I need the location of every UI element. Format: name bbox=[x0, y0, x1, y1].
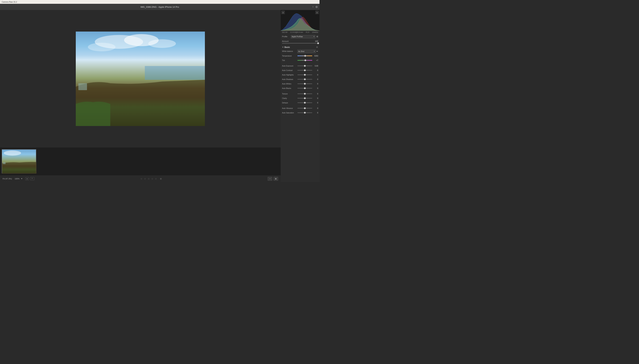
clarity-value[interactable]: 0 bbox=[313, 98, 318, 99]
temperature-value[interactable]: 5350 bbox=[313, 55, 318, 57]
auto-highlights-row: Auto Highlights 0 bbox=[281, 72, 319, 77]
profile-label: Profile bbox=[282, 36, 290, 38]
profile-grid-icon[interactable]: ⊞ bbox=[316, 35, 318, 38]
tint-label: Tint bbox=[282, 60, 297, 61]
settings-icon[interactable]: ⚙ bbox=[315, 5, 318, 8]
dehaze-value[interactable]: 0 bbox=[313, 102, 318, 104]
amount-slider-thumb[interactable] bbox=[317, 42, 319, 44]
clarity-slider-track[interactable] bbox=[297, 98, 312, 98]
auto-saturation-slider-thumb[interactable] bbox=[304, 112, 306, 114]
histogram-left-arrow[interactable]: ▲ bbox=[281, 11, 285, 14]
tint-slider-thumb[interactable] bbox=[305, 60, 306, 61]
auto-exposure-value[interactable]: 0.00 bbox=[313, 65, 318, 67]
sort-button[interactable]: ⚐ bbox=[30, 177, 34, 180]
svg-rect-4 bbox=[145, 66, 205, 80]
temperature-slider-track[interactable] bbox=[297, 56, 312, 56]
auto-whites-slider-track[interactable] bbox=[297, 84, 312, 84]
photo-overlay bbox=[76, 32, 205, 126]
white-balance-row: White balance As Shot Auto Daylight Clou… bbox=[281, 49, 319, 54]
svg-point-6 bbox=[4, 150, 21, 156]
temperature-slider-thumb[interactable] bbox=[304, 55, 306, 57]
dehaze-slider-track[interactable] bbox=[297, 102, 312, 103]
auto-saturation-slider-track[interactable] bbox=[297, 112, 312, 113]
white-balance-select-wrapper: As Shot Auto Daylight Cloudy Shade Tungs… bbox=[297, 50, 316, 53]
auto-vibrance-label: Auto Vibrance bbox=[282, 107, 297, 109]
star-1[interactable]: ☆ bbox=[140, 177, 143, 180]
thumbnail-image[interactable] bbox=[2, 149, 36, 174]
basic-section-header[interactable]: ▼ Basic 👁 bbox=[281, 45, 319, 49]
fit-label[interactable]: Fit (47.3%) bbox=[3, 178, 12, 180]
star-4[interactable]: ☆ bbox=[151, 177, 153, 180]
clarity-label: Clarity bbox=[282, 98, 297, 99]
auto-saturation-label: Auto Saturation bbox=[282, 112, 297, 114]
texture-value[interactable]: 0 bbox=[313, 93, 318, 95]
basic-section: ▼ Basic 👁 White balance As Shot Auto Day… bbox=[281, 45, 319, 116]
profile-select[interactable]: Apple ProRaw Adobe Color Adobe Landscape… bbox=[291, 35, 315, 38]
texture-slider-thumb[interactable] bbox=[304, 93, 306, 94]
auto-saturation-value[interactable]: 0 bbox=[313, 112, 318, 114]
basic-visibility-icon[interactable]: 👁 bbox=[316, 46, 318, 48]
exif-bar: ISO 64 2.2-9.0@6.9 mm f/1.8 1/6400s bbox=[281, 31, 319, 34]
auto-exposure-label: Auto Exposure bbox=[282, 65, 297, 67]
auto-vibrance-row: Auto Vibrance 0 bbox=[281, 106, 319, 110]
dehaze-row: Dehaze 0 bbox=[281, 100, 319, 105]
auto-exposure-row: Auto Exposure 0.00 bbox=[281, 64, 319, 68]
auto-shadows-slider-track[interactable] bbox=[297, 79, 312, 80]
auto-vibrance-value[interactable]: 0 bbox=[313, 107, 318, 109]
star-2[interactable]: ☆ bbox=[144, 177, 146, 180]
auto-highlights-slider-thumb[interactable] bbox=[304, 74, 306, 76]
texture-label: Texture bbox=[282, 93, 297, 95]
main-area: Fit (47.3%) 100% ▼ ≡ ⚐ ☆ ☆ ☆ ☆ ☆ ⊗ ▪ ▦ bbox=[0, 10, 319, 182]
histogram-right-arrow[interactable]: ▲ bbox=[315, 11, 319, 14]
single-view-button[interactable]: ▪ bbox=[268, 177, 272, 180]
tint-value[interactable]: +7 bbox=[313, 60, 318, 61]
zoom-label[interactable]: 100% bbox=[15, 178, 20, 180]
bottom-toolbar: Fit (47.3%) 100% ▼ ≡ ⚐ ☆ ☆ ☆ ☆ ☆ ⊗ ▪ ▦ bbox=[0, 175, 281, 182]
auto-highlights-slider-track[interactable] bbox=[297, 74, 312, 75]
auto-vibrance-slider-thumb[interactable] bbox=[304, 107, 306, 109]
filter-button[interactable]: ≡ bbox=[25, 177, 29, 180]
auto-exposure-slider-thumb[interactable] bbox=[304, 65, 306, 67]
white-balance-eyedropper[interactable]: ✒ bbox=[316, 50, 318, 52]
dehaze-slider-thumb[interactable] bbox=[304, 102, 306, 104]
auto-blacks-row: Auto Blacks 0 bbox=[281, 86, 319, 90]
auto-whites-row: Auto Whites 0 bbox=[281, 82, 319, 86]
zoom-dropdown-arrow[interactable]: ▼ bbox=[21, 178, 23, 180]
clarity-slider-thumb[interactable] bbox=[304, 98, 306, 99]
white-balance-label: White balance bbox=[282, 50, 297, 52]
header-bar: IMG_0386.DNG - Apple iPhone 14 Pro ↑ ⚙ bbox=[0, 4, 319, 10]
header-actions: ↑ ⚙ bbox=[312, 5, 318, 8]
profile-select-wrapper: Apple ProRaw Adobe Color Adobe Landscape… bbox=[291, 35, 315, 38]
auto-blacks-label: Auto Blacks bbox=[282, 88, 297, 89]
delete-icon[interactable]: ⊗ bbox=[160, 177, 162, 180]
star-3[interactable]: ☆ bbox=[148, 177, 150, 180]
file-title: IMG_0386.DNG - Apple iPhone 14 Pro bbox=[140, 6, 179, 8]
auto-shadows-value[interactable]: 0 bbox=[313, 78, 318, 80]
auto-blacks-slider-track[interactable] bbox=[297, 88, 312, 88]
compare-view-button[interactable]: ▦ bbox=[274, 177, 278, 180]
histogram-svg bbox=[281, 10, 319, 31]
texture-slider-track[interactable] bbox=[297, 94, 312, 94]
auto-contrast-slider-track[interactable] bbox=[297, 70, 312, 71]
amount-header: Amount 100 bbox=[282, 40, 318, 42]
basic-section-arrow: ▼ bbox=[282, 46, 284, 48]
auto-highlights-value[interactable]: 0 bbox=[313, 74, 318, 76]
auto-exposure-slider-track[interactable] bbox=[297, 66, 312, 66]
auto-contrast-value[interactable]: 0 bbox=[313, 70, 318, 71]
star-5[interactable]: ☆ bbox=[155, 177, 157, 180]
auto-whites-slider-thumb[interactable] bbox=[304, 83, 306, 84]
auto-shadows-slider-thumb[interactable] bbox=[304, 78, 306, 80]
auto-blacks-slider-thumb[interactable] bbox=[304, 88, 306, 89]
auto-blacks-value[interactable]: 0 bbox=[313, 88, 318, 89]
tint-slider-track[interactable] bbox=[297, 60, 312, 61]
amount-slider-track[interactable] bbox=[282, 43, 318, 44]
auto-highlights-label: Auto Highlights bbox=[282, 74, 297, 76]
auto-contrast-slider-thumb[interactable] bbox=[304, 70, 306, 71]
share-icon[interactable]: ↑ bbox=[312, 5, 314, 8]
auto-whites-value[interactable]: 0 bbox=[313, 83, 318, 85]
tint-row: Tint +7 bbox=[281, 58, 319, 62]
white-balance-select[interactable]: As Shot Auto Daylight Cloudy Shade Tungs… bbox=[297, 50, 316, 53]
svg-rect-5 bbox=[78, 83, 87, 90]
auto-vibrance-slider-track[interactable] bbox=[297, 108, 312, 108]
temperature-row: Temperature 5350 bbox=[281, 54, 319, 58]
